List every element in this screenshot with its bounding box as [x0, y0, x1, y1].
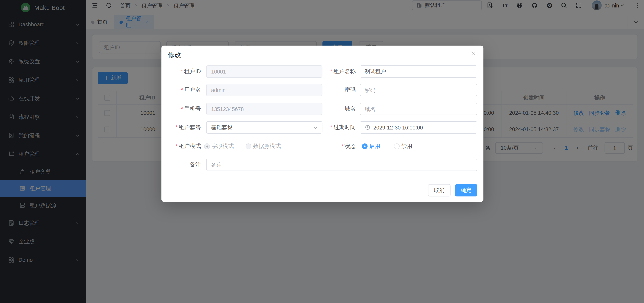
status-enabled-radio[interactable]: [362, 143, 368, 149]
status-label: *状态: [306, 140, 356, 152]
package-select-value: 基础套餐: [211, 124, 232, 131]
confirm-button[interactable]: 确定: [455, 184, 477, 196]
close-icon[interactable]: [470, 51, 476, 56]
phone-label: *手机号: [162, 103, 201, 115]
domain-input[interactable]: [360, 103, 477, 115]
username-input[interactable]: [206, 84, 322, 96]
mode-datasource-radio-label[interactable]: 数据源模式: [253, 140, 281, 153]
mode-datasource-radio[interactable]: [246, 143, 251, 149]
status-disabled-radio[interactable]: [394, 143, 400, 149]
mode-label: *租户模式: [162, 140, 201, 152]
cancel-button[interactable]: 取消: [428, 184, 450, 196]
remark-label: 备注: [162, 159, 201, 171]
phone-input[interactable]: [206, 103, 322, 115]
cancel-button-label: 取消: [434, 187, 444, 194]
tenant-name-input[interactable]: [360, 65, 477, 78]
expire-time-value: 2029-12-30 16:00:00: [373, 124, 423, 130]
domain-label: 域名: [306, 103, 356, 115]
package-label: *租户套餐: [162, 121, 201, 134]
tenant-name-label: *租户名称: [306, 65, 356, 78]
status-enabled-radio-label[interactable]: 启用: [369, 140, 380, 153]
dialog-title: 修改: [168, 51, 181, 60]
confirm-button-label: 确定: [461, 187, 472, 194]
tenant-id-input[interactable]: [206, 65, 322, 78]
tenant-id-label: *租户ID: [162, 65, 201, 78]
app-viewport: Maku Boot Dashboard权限管理系统设置应用管理在线开发流程引擎我…: [0, 0, 644, 303]
remark-input[interactable]: [206, 159, 477, 171]
clock-icon: [365, 124, 370, 130]
edit-tenant-dialog: 修改 *租户ID *租户名称 *用户名 密码 *手机号 域名 *租户套餐 基础套: [162, 46, 484, 202]
package-select[interactable]: 基础套餐: [206, 121, 322, 134]
expire-label: *过期时间: [306, 121, 356, 134]
status-disabled-radio-label[interactable]: 禁用: [401, 140, 412, 153]
mode-field-radio-label[interactable]: 字段模式: [212, 140, 234, 153]
username-label: *用户名: [162, 84, 201, 96]
password-input[interactable]: [360, 84, 477, 96]
expire-time-input[interactable]: 2029-12-30 16:00:00: [360, 121, 477, 134]
mode-field-radio[interactable]: [204, 143, 210, 149]
password-label: 密码: [306, 84, 356, 96]
